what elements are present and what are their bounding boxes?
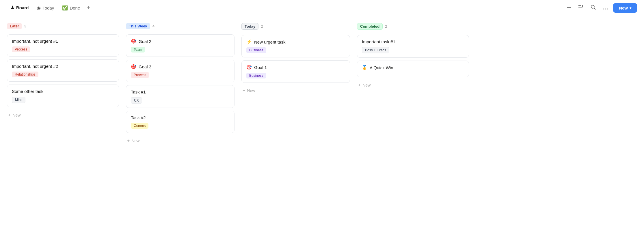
svg-line-7 (594, 8, 596, 10)
add-new-later[interactable]: +New (7, 111, 119, 119)
card-tag-c6: CX (131, 97, 142, 104)
card-tag-c7: Comms (131, 123, 148, 129)
column-later: Later3Important, not urgent #1ProcessImp… (7, 23, 122, 244)
card-title-c8: ⚡New urgent task (246, 39, 345, 44)
nav-tabs: ♟ Board ◉ Today ✅ Done + (7, 3, 92, 13)
new-button-chevron: ▾ (630, 6, 631, 10)
tab-today-label: Today (42, 5, 54, 10)
column-label-completed: Completed (357, 23, 383, 30)
svg-point-10 (607, 9, 608, 10)
card-c5[interactable]: 🎯Goal 3Process (126, 60, 234, 82)
card-icon: 🎯 (131, 64, 136, 69)
add-new-plus-icon: + (127, 138, 130, 143)
tab-board-label: Board (16, 5, 29, 10)
card-c11[interactable]: 🥇A Quick Win (357, 61, 469, 77)
card-tag-c1: Process (12, 46, 30, 52)
card-c4[interactable]: 🎯Goal 2Team (126, 34, 234, 57)
card-title-c2: Important, not urgent #2 (12, 64, 114, 69)
card-title-c1: Important, not urgent #1 (12, 39, 114, 44)
column-this-week: This Week4🎯Goal 2Team🎯Goal 3ProcessTask … (122, 23, 238, 244)
top-nav: ♟ Board ◉ Today ✅ Done + (0, 0, 644, 16)
board-icon: ♟ (10, 5, 14, 10)
add-tab-button[interactable]: + (85, 3, 92, 13)
done-icon: ✅ (62, 5, 68, 11)
card-title-c4: 🎯Goal 2 (131, 39, 230, 44)
tab-board[interactable]: ♟ Board (7, 3, 32, 13)
card-icon: ⚡ (246, 39, 252, 44)
column-count-completed: 2 (385, 24, 387, 29)
column-label-today: Today (241, 23, 258, 30)
column-header-this-week: This Week4 (126, 23, 234, 29)
new-button[interactable]: New ▾ (613, 3, 637, 13)
card-tag-c5: Process (131, 72, 149, 78)
svg-point-6 (591, 5, 594, 8)
more-button[interactable] (601, 3, 610, 13)
card-c10[interactable]: Important task #1Boss + Execs (357, 35, 469, 58)
add-new-label: New (247, 88, 255, 93)
column-label-this-week: This Week (126, 23, 150, 29)
card-icon: 🎯 (131, 39, 136, 44)
column-count-this-week: 4 (152, 24, 155, 28)
card-title-c3: Some other task (12, 89, 114, 94)
today-icon: ◉ (37, 5, 41, 11)
tab-today[interactable]: ◉ Today (33, 3, 57, 13)
card-icon: 🎯 (246, 65, 252, 70)
card-title-c7: Task #2 (131, 115, 230, 120)
column-header-later: Later3 (7, 23, 119, 29)
search-button[interactable] (589, 3, 598, 13)
column-count-today: 2 (261, 24, 263, 29)
card-c9[interactable]: 🎯Goal 1Business (241, 60, 350, 83)
add-new-label: New (131, 138, 139, 143)
card-title-c9: 🎯Goal 1 (246, 65, 345, 70)
column-header-today: Today2 (241, 23, 350, 30)
card-title-c5: 🎯Goal 3 (131, 64, 230, 69)
column-completed: Completed2Important task #1Boss + Execs🥇… (353, 23, 469, 244)
card-tag-c10: Boss + Execs (362, 47, 389, 53)
card-tag-c2: Relationships (12, 72, 38, 77)
card-c7[interactable]: Task #2Comms (126, 111, 234, 133)
add-new-label: New (12, 113, 21, 117)
filter-button[interactable] (565, 3, 573, 13)
add-new-this-week[interactable]: +New (126, 136, 234, 145)
add-new-completed[interactable]: +New (357, 81, 469, 89)
add-new-plus-icon: + (8, 113, 11, 118)
card-tag-c4: Team (131, 47, 145, 53)
card-title-c6: Task #1 (131, 89, 230, 94)
card-title-c10: Important task #1 (362, 39, 464, 44)
column-today: Today2⚡New urgent taskBusiness🎯Goal 1Bus… (238, 23, 353, 244)
column-header-completed: Completed2 (357, 23, 469, 30)
card-c1[interactable]: Important, not urgent #1Process (7, 34, 119, 57)
sort-button[interactable] (577, 3, 585, 13)
card-tag-c9: Business (246, 73, 266, 78)
column-count-later: 3 (24, 24, 26, 28)
tab-done-label: Done (70, 5, 80, 10)
card-c2[interactable]: Important, not urgent #2Relationships (7, 59, 119, 82)
card-tag-c8: Business (246, 47, 266, 53)
add-new-label: New (362, 83, 371, 87)
add-new-plus-icon: + (243, 88, 245, 93)
card-c8[interactable]: ⚡New urgent taskBusiness (241, 35, 350, 57)
column-label-later: Later (7, 23, 22, 29)
card-tag-c3: Misc (12, 97, 25, 103)
card-title-c11: 🥇A Quick Win (362, 65, 464, 70)
new-button-label: New (619, 5, 628, 10)
card-c6[interactable]: Task #1CX (126, 85, 234, 108)
add-new-today[interactable]: +New (241, 86, 350, 95)
add-new-plus-icon: + (358, 83, 361, 88)
card-icon: 🥇 (362, 65, 367, 70)
card-c3[interactable]: Some other taskMisc (7, 85, 119, 107)
svg-point-8 (603, 9, 604, 10)
nav-actions: New ▾ (565, 3, 637, 13)
svg-point-9 (605, 9, 606, 10)
tab-done[interactable]: ✅ Done (59, 3, 83, 13)
board: Later3Important, not urgent #1ProcessImp… (0, 16, 644, 251)
